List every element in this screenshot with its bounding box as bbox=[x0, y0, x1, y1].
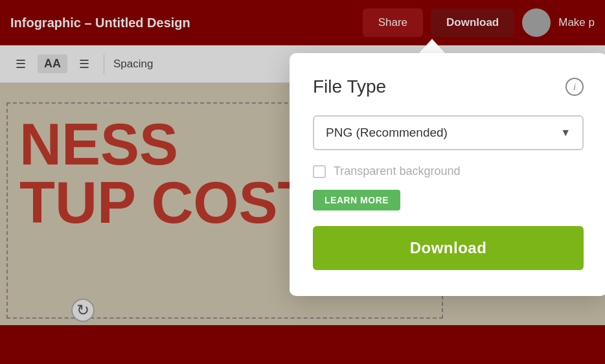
download-main-button[interactable]: Download bbox=[313, 226, 584, 270]
popup-panel: File Type i PNG (Recommended) ▼ Transpar… bbox=[290, 53, 605, 296]
popup-header: File Type i bbox=[313, 76, 584, 97]
popup-title: File Type bbox=[313, 76, 386, 97]
learn-more-button[interactable]: LEARN MORE bbox=[313, 190, 400, 210]
transparent-bg-label: Transparent background bbox=[334, 165, 460, 178]
transparent-bg-checkbox[interactable] bbox=[313, 165, 326, 178]
info-icon[interactable]: i bbox=[565, 78, 584, 96]
transparent-bg-row: Transparent background bbox=[313, 165, 584, 178]
download-popup: File Type i PNG (Recommended) ▼ Transpar… bbox=[290, 39, 605, 296]
popup-arrow bbox=[419, 39, 445, 53]
file-type-dropdown[interactable]: PNG (Recommended) ▼ bbox=[313, 115, 584, 150]
dropdown-arrow-icon: ▼ bbox=[560, 127, 571, 139]
file-type-selected: PNG (Recommended) bbox=[326, 126, 448, 140]
